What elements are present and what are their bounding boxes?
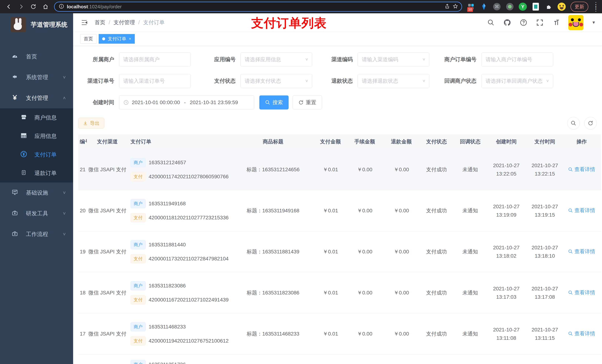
table-row: 17 微信 JSAPI 支付 商户1635311468233 支付4200001…	[78, 313, 601, 354]
reset-button[interactable]: 重置	[293, 95, 322, 110]
dashboard-icon	[11, 53, 18, 61]
merchant-select[interactable]: 请选择所属商户	[119, 52, 191, 67]
active-dot-icon	[102, 37, 105, 40]
browser-toolbar: localhost:1024/pay/order 10 ⌘ Y 更新 ⋮⋮⋮	[0, 0, 602, 13]
sidebar-item-merchant-info[interactable]: 商户信息	[0, 108, 73, 127]
breadcrumb-payment[interactable]: 支付管理	[113, 19, 135, 26]
refund-status-select[interactable]: 请选择退款状态˅	[358, 74, 430, 88]
extension-doc-icon[interactable]	[532, 3, 540, 11]
tab-pay-order[interactable]: 支付订单 ×	[99, 34, 135, 44]
pay-tag: 支付	[130, 213, 146, 222]
sidebar-item-infra[interactable]: 基础设施 ˅	[0, 182, 73, 203]
tab-home[interactable]: 首页	[80, 34, 97, 44]
merchant-tag: 商户	[130, 240, 146, 249]
browser-menu-icon[interactable]: ⋮⋮⋮	[593, 3, 597, 10]
sidebar-item-payment[interactable]: 支付管理 ˄	[0, 88, 73, 108]
browser-back-button[interactable]	[5, 3, 13, 10]
close-icon[interactable]: ×	[129, 36, 131, 41]
user-avatar[interactable]	[568, 15, 583, 30]
filter-label-merchant: 所属商户	[78, 56, 119, 63]
view-detail-link[interactable]: 查看详情	[568, 166, 595, 173]
chevron-down-icon: ˅	[63, 211, 66, 216]
pay-tag: 支付	[130, 295, 146, 304]
font-size-icon[interactable]	[552, 19, 560, 27]
chevron-down-icon: ˅	[423, 78, 425, 83]
briefcase-icon	[11, 230, 18, 238]
address-bar[interactable]: localhost:1024/pay/order	[54, 2, 462, 12]
pay-tag: 支付	[130, 254, 146, 263]
merchant-tag: 商户	[130, 281, 146, 290]
sidebar-item-pay-order[interactable]: 支付订单	[0, 145, 73, 164]
chevron-down-icon: ˅	[63, 231, 66, 237]
app-select[interactable]: 请选择应用信息˅	[240, 52, 312, 67]
merchant-tag: 商户	[130, 199, 146, 208]
pay-tag: 支付	[130, 172, 146, 181]
view-detail-link[interactable]: 查看详情	[568, 289, 595, 296]
view-detail-link[interactable]: 查看详情	[568, 248, 595, 255]
table-row: 20 微信 JSAPI 支付 商户1635311949168 支付4200001…	[78, 190, 601, 231]
extension-pixel-icon[interactable]: 10	[467, 3, 475, 11]
channel-order-no-input[interactable]: 请输入渠道订单号	[119, 74, 191, 88]
date-start: 2021-10-01 00:00:00	[132, 100, 180, 105]
export-button[interactable]: 导出	[78, 118, 104, 129]
browser-home-button[interactable]	[42, 3, 49, 10]
filter-label-refund-status: 退款状态	[312, 77, 358, 85]
merchant-order-no-input[interactable]: 请输入商户订单编号	[481, 52, 553, 67]
filter-label-channel-code: 渠道编码	[312, 56, 358, 63]
fullscreen-icon[interactable]	[536, 19, 544, 27]
sidebar-item-dev-tools[interactable]: 研发工具 ˅	[0, 203, 73, 224]
extensions-puzzle-icon[interactable]	[545, 3, 553, 11]
create-time-range-picker[interactable]: 2021-10-01 00:00:00 - 2021-10-31 23:59:5…	[119, 95, 254, 110]
breadcrumb-current: 支付订单	[143, 19, 165, 26]
payment-submenu: 商户信息 应用信息 支付订单 退款订单	[0, 108, 73, 182]
sidebar-collapse-icon[interactable]	[80, 19, 88, 27]
document-icon	[20, 169, 27, 177]
sidebar-item-refund-order[interactable]: 退款订单	[0, 164, 73, 182]
table-row-partial: 商户1635311251726	[78, 354, 601, 364]
chevron-down-icon: ˅	[546, 78, 549, 83]
view-detail-link[interactable]: 查看详情	[568, 330, 595, 337]
app-logo	[11, 17, 26, 32]
view-detail-link[interactable]: 查看详情	[568, 207, 595, 214]
status-text: 支付成功	[420, 166, 453, 173]
sidebar-item-workflow[interactable]: 工作流程 ˅	[0, 224, 73, 245]
sidebar-item-system[interactable]: 系统管理 ˅	[0, 67, 73, 88]
extension-dot-icon[interactable]	[506, 3, 514, 11]
notify-status-select[interactable]: 请选择订单回调商户状态˅	[481, 74, 553, 88]
notify-text: 未通知	[453, 166, 487, 173]
extension-command-icon[interactable]: ⌘	[493, 3, 501, 11]
pay-status-select[interactable]: 请选择支付状态˅	[240, 74, 312, 88]
gear-icon	[11, 74, 18, 81]
share-icon[interactable]	[444, 3, 450, 10]
table-header-row: 编号 支付渠道 支付订单 商品标题 支付金额 手续金额 退款金额 支付状态 回调…	[78, 134, 601, 149]
merchant-tag: 商户	[130, 158, 146, 167]
help-icon[interactable]	[519, 19, 527, 27]
chevron-down-icon: ˅	[305, 78, 308, 83]
sidebar-item-app-info[interactable]: 应用信息	[0, 127, 73, 145]
chevron-down-icon: ˅	[63, 74, 66, 80]
sidebar-item-home[interactable]: 首页	[0, 46, 73, 67]
yen-circle-icon	[20, 151, 27, 159]
filter-label-create-time: 创建时间	[78, 99, 119, 106]
extension-pen-icon[interactable]	[480, 3, 488, 11]
browser-reload-button[interactable]	[30, 3, 37, 10]
breadcrumb-home[interactable]: 首页	[95, 19, 105, 26]
profile-emoji-icon[interactable]	[558, 3, 566, 11]
extension-green-icon[interactable]: Y	[519, 3, 527, 11]
browser-forward-button[interactable]	[17, 3, 25, 10]
bookmark-star-icon[interactable]	[453, 3, 458, 10]
avatar-dropdown-icon[interactable]: ▼	[592, 20, 596, 25]
site-info-icon[interactable]	[59, 3, 64, 10]
browser-update-button[interactable]: 更新	[570, 2, 588, 12]
github-icon[interactable]	[503, 19, 511, 27]
refresh-table-button[interactable]	[584, 117, 597, 129]
app-logo-row[interactable]: 芋道管理系统	[0, 13, 73, 36]
search-icon[interactable]	[487, 19, 495, 27]
show-search-toggle-button[interactable]	[567, 117, 580, 129]
date-separator: -	[184, 100, 186, 105]
channel-code-select[interactable]: 请输入渠道编码˅	[358, 52, 430, 67]
filter-label-channel-order-no: 渠道订单号	[78, 77, 119, 85]
extension-badge: 10	[467, 7, 473, 12]
chevron-up-icon: ˄	[63, 95, 66, 101]
search-button[interactable]: 搜索	[259, 95, 289, 110]
